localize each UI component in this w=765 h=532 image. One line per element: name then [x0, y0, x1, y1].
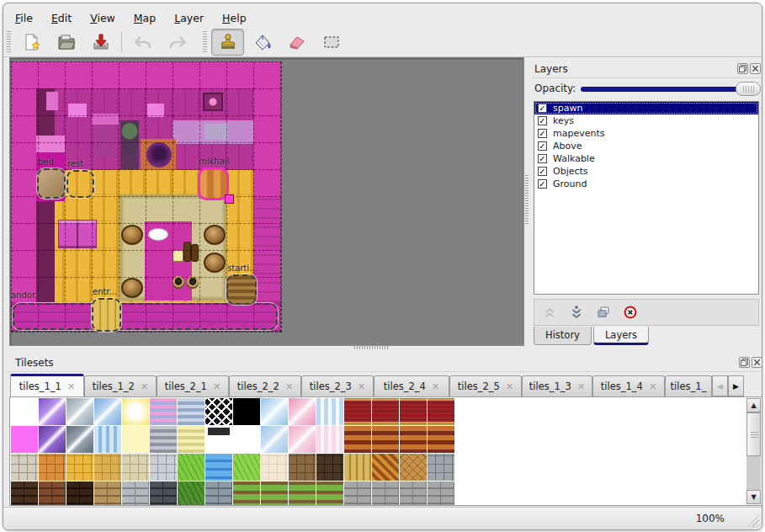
tile[interactable] — [205, 481, 232, 506]
tile[interactable] — [11, 454, 38, 481]
tile[interactable] — [344, 398, 371, 425]
layer-row-Above[interactable]: ✓Above — [534, 140, 758, 152]
tile[interactable] — [316, 481, 343, 506]
undo-button[interactable] — [126, 29, 159, 56]
layer-visibility-checkbox[interactable]: ✓ — [538, 116, 547, 125]
tileset-tab-tiles_1_3[interactable]: tiles_1_3✕ — [522, 375, 592, 396]
tile[interactable] — [372, 454, 399, 481]
tile[interactable] — [122, 481, 149, 506]
delete-layer-button[interactable] — [620, 302, 640, 322]
tab-close-icon[interactable]: ✕ — [67, 381, 75, 392]
layer-row-Ground[interactable]: ✓Ground — [534, 178, 758, 190]
object-resize-handle[interactable] — [225, 194, 234, 204]
tile[interactable] — [233, 426, 260, 453]
tile[interactable] — [400, 426, 427, 453]
tab-scroll-left-button[interactable]: ◀ — [712, 375, 728, 396]
tab-close-icon[interactable]: ✕ — [358, 381, 365, 392]
layer-row-mapevents[interactable]: ✓mapevents — [534, 127, 758, 140]
menu-view[interactable]: View — [82, 10, 124, 26]
menu-help[interactable]: Help — [214, 10, 255, 26]
tilesets-float-button[interactable] — [739, 357, 750, 368]
raise-layer-button[interactable] — [539, 302, 560, 322]
rect-select-button[interactable] — [315, 29, 348, 56]
tab-close-icon[interactable]: ✕ — [141, 381, 148, 392]
tile[interactable] — [39, 481, 66, 506]
tile[interactable] — [400, 481, 427, 506]
tile[interactable] — [400, 454, 427, 481]
tile[interactable] — [400, 398, 427, 425]
tile[interactable] — [344, 426, 371, 453]
tile[interactable] — [233, 481, 260, 506]
map-object-andor[interactable] — [13, 303, 278, 330]
map-object-entr[interactable] — [92, 298, 121, 332]
tileset-scrollbar[interactable]: ▲ ▼ — [746, 398, 761, 504]
tile[interactable] — [94, 481, 121, 506]
tileset-tab-tiles_1_2[interactable]: tiles_1_2✕ — [84, 375, 157, 396]
scrollbar-thumb[interactable] — [746, 412, 761, 456]
tile[interactable] — [94, 398, 121, 425]
layer-visibility-checkbox[interactable]: ✓ — [538, 179, 547, 189]
tile[interactable] — [344, 481, 371, 506]
tile[interactable] — [428, 426, 454, 453]
vertical-splitter[interactable] — [524, 57, 529, 344]
tile[interactable] — [66, 481, 93, 506]
tile[interactable] — [428, 398, 454, 425]
tileset-tab-tiles_2_3[interactable]: tiles_2_3✕ — [301, 375, 374, 396]
tileset-tab-tiles_2_5[interactable]: tiles_2_5✕ — [449, 375, 522, 396]
layer-row-spawn[interactable]: ✓spawn — [534, 102, 758, 114]
tile[interactable] — [150, 398, 177, 425]
tile[interactable] — [289, 481, 316, 506]
tile[interactable] — [178, 398, 205, 425]
tile[interactable] — [39, 454, 66, 481]
tile[interactable] — [261, 398, 288, 425]
tile[interactable] — [428, 454, 454, 481]
tile[interactable] — [428, 481, 454, 506]
tile[interactable] — [205, 426, 232, 453]
map-canvas[interactable]: andor.)entr...bedreststarti...mikhail — [11, 61, 281, 332]
tile[interactable] — [178, 481, 205, 506]
scroll-up-button[interactable]: ▲ — [746, 398, 761, 412]
tab-close-icon[interactable]: ✕ — [577, 381, 585, 392]
tab-close-icon[interactable]: ✕ — [506, 381, 513, 392]
map-object-rest[interactable] — [66, 170, 94, 198]
tile[interactable] — [233, 398, 260, 425]
layer-visibility-checkbox[interactable]: ✓ — [538, 104, 547, 113]
map-view[interactable]: andor.)entr...bedreststarti...mikhail — [9, 57, 524, 346]
tab-layers[interactable]: Layers — [593, 327, 649, 345]
tile[interactable] — [150, 426, 177, 453]
tile[interactable] — [66, 454, 93, 481]
layer-visibility-checkbox[interactable]: ✓ — [538, 141, 547, 151]
tileset-tab-tiles_2_2[interactable]: tiles_2_2✕ — [229, 375, 301, 396]
tile[interactable] — [233, 454, 260, 481]
lower-layer-button[interactable] — [566, 302, 587, 322]
horizontal-splitter-handle[interactable] — [354, 345, 388, 349]
menu-file[interactable]: File — [7, 10, 41, 26]
tab-history[interactable]: History — [534, 327, 592, 345]
layer-visibility-checkbox[interactable]: ✓ — [538, 129, 547, 138]
tileset-tab-tiles_2_4[interactable]: tiles_2_4✕ — [374, 375, 449, 396]
layer-visibility-checkbox[interactable]: ✓ — [538, 154, 547, 163]
tile[interactable] — [289, 426, 316, 453]
tile[interactable] — [205, 398, 232, 425]
tile[interactable] — [178, 426, 205, 453]
tileset-tab-tiles_1_1[interactable]: tiles_1_1✕ — [10, 374, 84, 396]
tile[interactable] — [372, 426, 399, 453]
tab-close-icon[interactable]: ✕ — [285, 381, 293, 392]
tab-close-icon[interactable]: ✕ — [432, 381, 439, 392]
tile[interactable] — [261, 454, 288, 481]
tile[interactable] — [122, 398, 149, 425]
map-object-start[interactable] — [226, 274, 257, 305]
stamp-brush-button[interactable] — [211, 29, 244, 56]
tile[interactable] — [150, 481, 177, 506]
tile[interactable] — [39, 426, 66, 453]
tileset-view[interactable]: ▲ ▼ — [9, 396, 762, 506]
menu-edit[interactable]: Edit — [43, 10, 80, 26]
tile[interactable] — [66, 398, 93, 425]
layers-close-button[interactable] — [750, 63, 761, 74]
tile[interactable] — [344, 454, 371, 481]
resize-grip[interactable] — [744, 512, 759, 527]
tileset-tab-tiles_1_4[interactable]: tiles_1_4✕ — [592, 375, 665, 396]
opacity-slider[interactable] — [581, 87, 759, 92]
menu-map[interactable]: Map — [125, 10, 164, 26]
tile[interactable] — [94, 426, 121, 453]
